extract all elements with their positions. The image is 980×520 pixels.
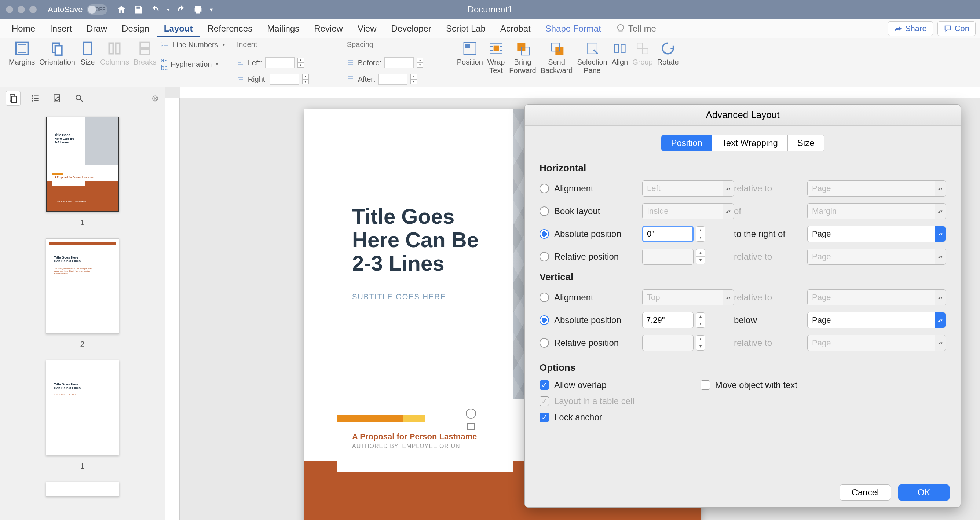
tab-draw[interactable]: Draw xyxy=(79,20,115,37)
undo-dropdown[interactable]: ▾ xyxy=(167,6,169,13)
tab-insert[interactable]: Insert xyxy=(43,20,79,37)
tab-view[interactable]: View xyxy=(350,20,384,37)
h-book-radio[interactable] xyxy=(539,207,549,216)
h-abs-input[interactable] xyxy=(642,226,694,242)
wrap-text-button[interactable]: Wrap Text xyxy=(487,40,505,75)
move-with-text-row[interactable]: Move object with text xyxy=(700,380,797,390)
v-rel-rel-select[interactable]: Page▴▾ xyxy=(807,335,946,351)
nav-search-tab[interactable] xyxy=(72,91,87,106)
tell-me-search[interactable]: Tell me xyxy=(616,24,656,34)
tab-layout[interactable]: Layout xyxy=(157,20,200,37)
position-button[interactable]: Position xyxy=(457,40,483,66)
undo-icon[interactable] xyxy=(150,5,160,15)
autosave-toggle[interactable]: AutoSave OFF xyxy=(48,5,107,15)
thumbnail-page-2[interactable]: Title Goes HereCan Be 2-3 Lines Subtitle… xyxy=(46,239,119,334)
v-rel-radio[interactable] xyxy=(539,338,549,348)
v-abs-stepper[interactable]: ▴▾ xyxy=(696,312,705,328)
tab-shape-format[interactable]: Shape Format xyxy=(538,20,608,37)
save-icon[interactable] xyxy=(133,5,143,15)
nav-review-tab[interactable] xyxy=(50,91,65,106)
hyphenation-icon: a-bc xyxy=(161,56,168,72)
nav-close-button[interactable]: ⊗ xyxy=(151,93,159,103)
move-with-text-checkbox[interactable] xyxy=(700,380,710,390)
horizontal-ruler[interactable] xyxy=(180,87,980,98)
thumbnail-page-1[interactable]: Title GoesHere Can Be2-3 Lines A Proposa… xyxy=(46,117,119,212)
bring-forward-button[interactable]: Bring Forward xyxy=(509,40,536,75)
window-titlebar: AutoSave OFF ▾ ▾ Document1 xyxy=(0,0,980,19)
lock-anchor-row[interactable]: ✓Lock anchor xyxy=(539,412,635,423)
tab-developer[interactable]: Developer xyxy=(384,20,439,37)
hyphenation-button[interactable]: a-bcHyphenation▾ xyxy=(161,56,225,72)
indent-right-row: Right:▴▾ xyxy=(237,74,335,85)
allow-overlap-checkbox[interactable]: ✓ xyxy=(539,380,549,390)
v-abs-radio[interactable] xyxy=(539,315,549,325)
v-alignment-radio[interactable] xyxy=(539,293,549,302)
margins-button[interactable]: Margins xyxy=(9,40,35,66)
tab-acrobat[interactable]: Acrobat xyxy=(493,20,538,37)
orientation-button[interactable]: Orientation xyxy=(39,40,75,66)
h-rel-stepper[interactable]: ▴▾ xyxy=(696,249,705,264)
print-icon[interactable] xyxy=(193,5,203,15)
size-button[interactable]: Size xyxy=(80,40,96,66)
h-rel-rel-select[interactable]: Page▴▾ xyxy=(807,249,946,265)
spacing-after-stepper[interactable]: ▴▾ xyxy=(410,74,417,84)
comments-button[interactable]: Con xyxy=(937,21,975,36)
thumbnail-page-3[interactable]: Title Goes HereCan Be 2-3 Lines XXXX BRI… xyxy=(46,360,119,455)
v-abs-rel-select[interactable]: Page▴▾ xyxy=(807,312,946,328)
tab-design[interactable]: Design xyxy=(115,20,157,37)
indent-right-stepper[interactable]: ▴▾ xyxy=(302,74,309,84)
ok-button[interactable]: OK xyxy=(898,484,950,501)
share-button[interactable]: Share xyxy=(888,21,933,36)
v-alignment-select[interactable]: Top▴▾ xyxy=(642,289,734,305)
spacing-before-stepper[interactable]: ▴▾ xyxy=(417,57,423,68)
allow-overlap-row[interactable]: ✓Allow overlap xyxy=(539,380,635,390)
h-alignment-select[interactable]: Left▴▾ xyxy=(642,180,734,197)
dialog-title: Advanced Layout xyxy=(525,105,961,126)
indent-left-stepper[interactable]: ▴▾ xyxy=(298,57,304,68)
nav-outline-tab[interactable] xyxy=(28,91,43,106)
tab-mailings[interactable]: Mailings xyxy=(260,20,307,37)
cancel-button[interactable]: Cancel xyxy=(840,484,891,501)
window-traffic-lights[interactable] xyxy=(6,6,37,13)
dialog-tab-size[interactable]: Size xyxy=(788,135,824,151)
h-alignment-rel-select[interactable]: Page▴▾ xyxy=(807,180,946,197)
line-numbers-button[interactable]: 12Line Numbers▾ xyxy=(161,40,225,49)
qat-customize[interactable]: ▾ xyxy=(210,6,213,13)
v-rel-stepper[interactable]: ▴▾ xyxy=(696,335,705,351)
indent-left-input[interactable] xyxy=(265,57,294,68)
redo-icon[interactable] xyxy=(176,5,186,15)
h-rel-radio[interactable] xyxy=(539,252,549,261)
spacing-before-input[interactable] xyxy=(384,57,414,68)
lock-anchor-checkbox[interactable]: ✓ xyxy=(539,413,549,422)
selection-pane-button[interactable]: Selection Pane xyxy=(577,40,607,75)
dialog-tab-position[interactable]: Position xyxy=(661,135,712,151)
spacing-after-input[interactable] xyxy=(378,74,407,85)
tab-home[interactable]: Home xyxy=(5,20,43,37)
rotate-button[interactable]: Rotate xyxy=(657,40,679,66)
selection-handle[interactable] xyxy=(467,423,475,430)
tab-review[interactable]: Review xyxy=(307,20,350,37)
svg-text:2: 2 xyxy=(161,45,163,48)
rotate-handle-icon[interactable] xyxy=(466,409,476,419)
h-abs-radio[interactable] xyxy=(539,229,549,239)
send-backward-button[interactable]: Send Backward xyxy=(541,40,573,75)
tab-scriptlab[interactable]: Script Lab xyxy=(439,20,493,37)
nav-thumbnails-tab[interactable] xyxy=(6,91,21,106)
indent-right-input[interactable] xyxy=(270,74,299,85)
thumbnail-page-4[interactable] xyxy=(46,482,119,496)
h-book-select[interactable]: Inside▴▾ xyxy=(642,203,734,219)
h-abs-rel-select[interactable]: Page▴▾ xyxy=(807,226,946,242)
h-alignment-radio[interactable] xyxy=(539,184,549,193)
v-alignment-rel-select[interactable]: Page▴▾ xyxy=(807,289,946,305)
tab-references[interactable]: References xyxy=(200,20,260,37)
svg-rect-23 xyxy=(637,43,643,48)
h-abs-stepper[interactable]: ▴▾ xyxy=(696,226,705,242)
v-abs-input[interactable] xyxy=(642,312,694,328)
vertical-ruler[interactable] xyxy=(165,98,180,520)
dialog-tab-wrapping[interactable]: Text Wrapping xyxy=(712,135,788,151)
svg-point-29 xyxy=(32,97,33,99)
align-button[interactable]: Align xyxy=(612,40,628,66)
h-book-rel-select[interactable]: Margin▴▾ xyxy=(807,203,946,219)
autosave-switch[interactable]: OFF xyxy=(87,5,107,15)
home-icon[interactable] xyxy=(116,5,127,15)
